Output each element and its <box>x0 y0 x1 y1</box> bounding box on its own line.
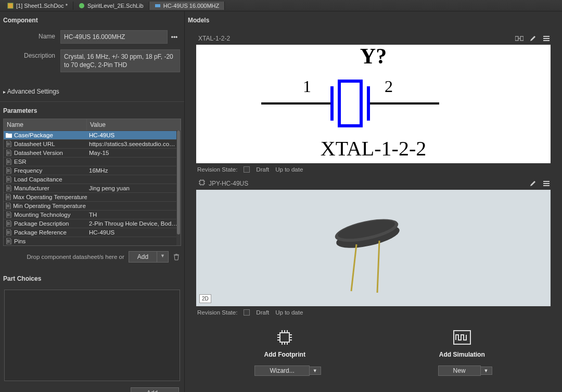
table-row[interactable]: Package Description2-Pin Throug Hole Dev… <box>4 219 181 228</box>
param-name-cell: Min Operating Temperature <box>4 202 87 210</box>
component-header: Component <box>0 11 184 28</box>
schdoc-icon <box>7 3 14 9</box>
param-name-cell: Frequency <box>4 166 87 175</box>
param-name: Case/Package <box>14 132 53 138</box>
draft-checkbox[interactable] <box>244 309 250 316</box>
part-choices-box[interactable] <box>4 290 180 381</box>
tab-hc49us[interactable]: HC-49US 16.000MHZ <box>149 2 225 10</box>
edit-icon[interactable] <box>529 179 537 188</box>
draft-label: Draft <box>256 166 269 173</box>
doc-icon <box>6 185 12 191</box>
param-name: Datasheet Version <box>14 150 63 156</box>
menu-icon[interactable] <box>542 34 551 43</box>
table-row[interactable]: Mounting TechnologyTH <box>4 210 181 219</box>
table-row[interactable]: ESR <box>4 157 181 166</box>
table-row[interactable]: Package ReferenceHC-49US <box>4 228 181 237</box>
svg-rect-9 <box>339 81 361 126</box>
add-simulation-button[interactable]: New <box>438 365 481 376</box>
param-name-cell: Package Description <box>4 219 87 228</box>
param-name: ESR <box>14 159 27 165</box>
param-name: Datasheet URL <box>14 141 55 147</box>
param-name: Pins <box>14 238 25 244</box>
param-value-cell <box>87 193 181 201</box>
add-simulation-label: Add Simulation <box>439 351 485 358</box>
menu-icon[interactable] <box>542 179 551 188</box>
param-name: Load Capacitance <box>14 176 62 182</box>
param-value-cell: 16MHz <box>87 166 181 175</box>
svg-rect-3 <box>515 36 518 41</box>
add-footprint-dropdown[interactable]: ▼ <box>310 367 321 375</box>
schematic-pin-1: 1 <box>303 77 311 96</box>
add-footprint-button[interactable]: Wizard... <box>254 365 309 376</box>
name-more-button[interactable]: ••• <box>169 30 180 44</box>
add-part-choice-button[interactable]: Add... <box>131 387 179 392</box>
tab-spiritlevel[interactable]: SpiritLevel_2E.SchLib <box>73 2 149 10</box>
simulation-icon <box>453 328 471 347</box>
param-name-cell: Load Capacitance <box>4 175 87 184</box>
footprint-icon <box>198 179 206 188</box>
doc-icon <box>6 229 12 236</box>
models-header: Models <box>185 11 562 28</box>
parameters-table-head: Name Value <box>4 119 181 130</box>
svg-point-1 <box>79 3 84 8</box>
draft-checkbox[interactable] <box>244 166 250 173</box>
schematic-model-name: XTAL-1-2-2 <box>198 35 230 42</box>
param-name-cell: Package Reference <box>4 228 87 237</box>
name-input[interactable]: HC-49US 16.000MHZ <box>60 30 168 44</box>
add-param-button[interactable]: Add <box>129 251 157 263</box>
param-value-cell: HC-49US <box>87 228 181 237</box>
description-input[interactable]: Crystal, 16 MHz, +/- 30 ppm, 18 pF, -20 … <box>60 49 180 72</box>
col-name[interactable]: Name <box>4 119 87 130</box>
footprint-model-name: JPY-HC-49US <box>209 180 248 187</box>
schlib-icon <box>79 3 85 9</box>
param-value-cell <box>87 158 181 166</box>
doc-icon <box>6 176 12 182</box>
tab-sheet1[interactable]: [1] Sheet1.SchDoc * <box>2 2 73 10</box>
draft-label: Draft <box>256 309 269 316</box>
table-row[interactable]: Max Operating Temperature <box>4 192 181 201</box>
parameters-scrollbar[interactable] <box>176 130 181 245</box>
name-label: Name <box>4 30 60 40</box>
param-name: Min Operating Temperature <box>13 203 86 209</box>
schematic-canvas[interactable]: Y? 1 2 XTAL-1-2-2 <box>196 45 551 163</box>
table-row[interactable]: Pins <box>4 237 181 245</box>
add-param-dropdown[interactable]: ▼ <box>157 251 169 263</box>
parameters-header: Parameters <box>0 102 184 119</box>
doc-icon <box>6 220 12 227</box>
param-name-cell: Case/Package <box>4 131 87 139</box>
compare-icon[interactable] <box>515 34 523 43</box>
param-value-cell <box>87 175 181 184</box>
svg-line-15 <box>377 241 379 293</box>
svg-rect-0 <box>8 3 13 8</box>
footprint-canvas[interactable]: 2D <box>196 190 551 306</box>
doc-icon <box>6 141 12 147</box>
table-row[interactable]: Frequency16MHz <box>4 166 181 175</box>
table-row[interactable]: Load Capacitance <box>4 175 181 184</box>
table-row[interactable]: ManufacturerJing peng yuan <box>4 184 181 192</box>
add-simulation-dropdown[interactable]: ▼ <box>481 367 492 375</box>
chip-icon <box>275 328 294 347</box>
doc-icon <box>6 212 12 218</box>
col-value[interactable]: Value <box>87 119 181 130</box>
schematic-footer-label: XTAL-1-2-2 <box>321 136 426 161</box>
description-label: Description <box>4 49 60 59</box>
param-name-cell: Mounting Technology <box>4 211 87 219</box>
param-value-cell: May-15 <box>87 149 181 157</box>
table-row[interactable]: Datasheet VersionMay-15 <box>4 148 181 157</box>
param-name: Frequency <box>14 167 42 174</box>
param-name: Package Reference <box>14 229 67 236</box>
table-row[interactable]: Datasheet URLhttps://statics3.seeedstudi… <box>4 139 181 148</box>
delete-param-button[interactable] <box>173 253 180 260</box>
svg-rect-2 <box>155 4 160 7</box>
param-value-cell: 2-Pin Throug Hole Device, Body 1 <box>87 219 181 228</box>
param-name-cell: Datasheet URL <box>4 140 87 148</box>
tab-label: SpiritLevel_2E.SchLib <box>87 3 144 9</box>
table-row[interactable]: Min Operating Temperature <box>4 201 181 210</box>
param-value-cell <box>87 202 181 210</box>
doc-icon <box>6 238 12 244</box>
revision-state-label: Revision State: <box>197 309 237 316</box>
advanced-settings-toggle[interactable]: Advanced Settings <box>0 85 184 102</box>
table-row[interactable]: Case/PackageHC-49US <box>4 130 181 139</box>
view-toggle-2d[interactable]: 2D <box>199 294 211 303</box>
edit-icon[interactable] <box>529 34 537 43</box>
